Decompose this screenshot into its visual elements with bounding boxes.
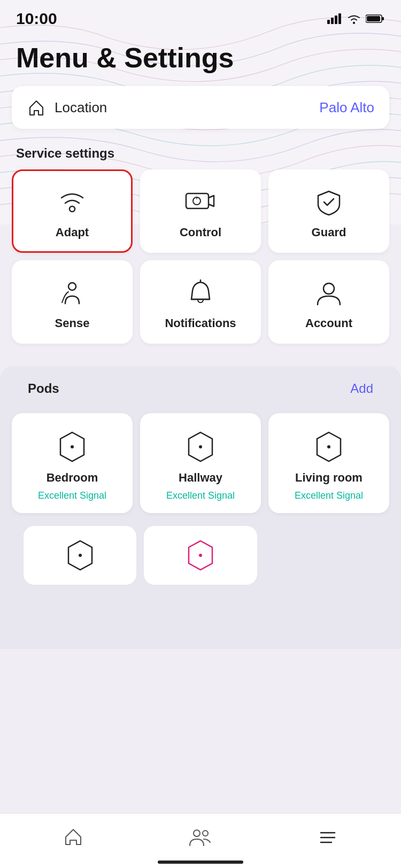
control-icon (182, 186, 219, 218)
status-icons (327, 13, 385, 25)
pod-partial-icon-2 (182, 537, 219, 574)
svg-point-24 (194, 830, 200, 836)
service-label-notifications: Notifications (165, 316, 236, 330)
nav-item-menu[interactable] (307, 822, 349, 851)
svg-point-21 (79, 554, 82, 557)
svg-rect-10 (186, 193, 209, 208)
svg-rect-1 (327, 20, 330, 24)
svg-point-23 (199, 554, 202, 557)
svg-rect-2 (331, 18, 334, 24)
pod-icon-hallway (182, 428, 219, 466)
service-settings-header: Service settings (0, 146, 401, 169)
service-item-guard[interactable]: Guard (268, 169, 389, 253)
svg-point-12 (68, 283, 76, 290)
pods-partial-row (12, 526, 389, 585)
battery-icon (366, 14, 385, 24)
svg-point-9 (70, 206, 75, 212)
pod-name-livingroom: Living room (295, 471, 363, 485)
pod-name-bedroom: Bedroom (47, 471, 98, 485)
pods-grid: Bedroom Excellent Signal Hallway Excelle… (12, 405, 389, 526)
sense-icon (53, 277, 91, 309)
service-label-adapt: Adapt (56, 226, 89, 239)
status-time: 10:00 (16, 10, 57, 28)
svg-rect-4 (338, 13, 341, 24)
pod-item-bedroom[interactable]: Bedroom Excellent Signal (12, 413, 133, 513)
pods-add-button[interactable]: Add (350, 381, 373, 396)
svg-point-15 (71, 445, 74, 448)
svg-rect-8 (367, 16, 380, 21)
guard-icon (310, 186, 348, 218)
pod-partial-1[interactable] (24, 526, 136, 585)
nav-home-icon (63, 826, 83, 847)
location-label: Location (55, 99, 107, 116)
service-settings-grid: Adapt Control Guard (0, 169, 401, 361)
svg-rect-3 (335, 15, 337, 24)
pod-icon-bedroom (53, 428, 91, 466)
service-label-control: Control (180, 226, 221, 239)
svg-point-17 (199, 445, 202, 448)
svg-rect-7 (382, 17, 384, 20)
service-item-notifications[interactable]: Notifications (140, 260, 261, 344)
wifi-icon (346, 13, 361, 25)
status-bar: 10:00 (0, 0, 401, 32)
nav-item-people[interactable] (177, 822, 224, 851)
svg-point-5 (353, 22, 355, 24)
service-label-sense: Sense (55, 316, 90, 330)
pod-name-hallway: Hallway (179, 471, 222, 485)
service-item-control[interactable]: Control (140, 169, 261, 253)
page-title: Menu & Settings (0, 32, 401, 86)
home-indicator (158, 861, 243, 864)
pods-title: Pods (28, 381, 59, 396)
svg-point-25 (203, 831, 208, 836)
pod-item-livingroom[interactable]: Living room Excellent Signal (268, 413, 389, 513)
signal-icon (327, 13, 342, 24)
service-item-adapt[interactable]: Adapt (12, 169, 133, 253)
service-label-account: Account (305, 316, 352, 330)
service-item-sense[interactable]: Sense (12, 260, 133, 344)
pod-partial-3 (265, 526, 377, 585)
nav-item-home[interactable] (52, 822, 94, 851)
pod-partial-icon-1 (61, 537, 99, 574)
nav-people-icon (188, 826, 213, 847)
account-icon (310, 277, 348, 309)
pod-signal-hallway: Excellent Signal (166, 490, 235, 501)
pods-section: Pods Add Bedroom Excellent Signal Hallwa… (0, 366, 401, 649)
pod-icon-livingroom (310, 428, 348, 466)
pod-signal-livingroom: Excellent Signal (295, 490, 363, 501)
notifications-icon (182, 277, 219, 309)
home-icon (27, 98, 46, 117)
pod-item-hallway[interactable]: Hallway Excellent Signal (140, 413, 261, 513)
service-label-guard: Guard (312, 226, 346, 239)
pod-partial-2[interactable] (144, 526, 257, 585)
adapt-icon (53, 186, 91, 218)
bottom-nav (0, 813, 401, 868)
pods-header: Pods Add (12, 381, 389, 405)
location-bar[interactable]: Location Palo Alto (12, 86, 389, 129)
svg-point-19 (327, 445, 330, 448)
service-item-account[interactable]: Account (268, 260, 389, 344)
svg-point-13 (323, 283, 334, 294)
nav-menu-icon (318, 826, 338, 847)
location-left: Location (27, 98, 107, 117)
service-settings-title: Service settings (16, 146, 114, 161)
pod-signal-bedroom: Excellent Signal (38, 490, 106, 501)
location-value: Palo Alto (319, 99, 374, 116)
